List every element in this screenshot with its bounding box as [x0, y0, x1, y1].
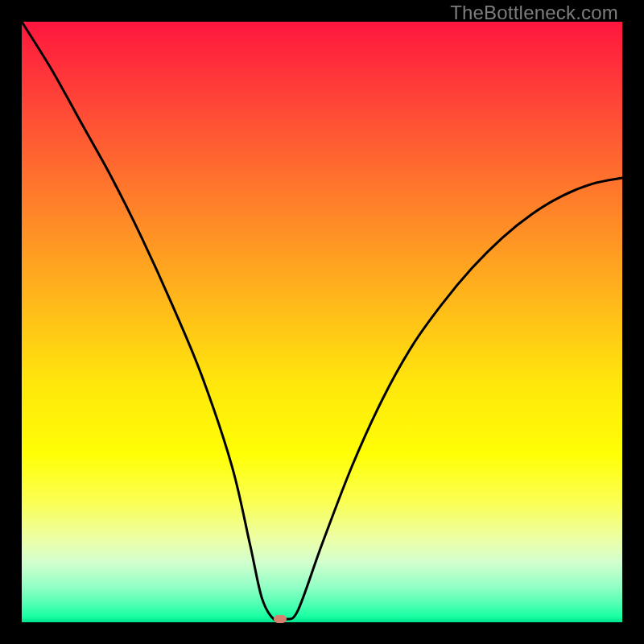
nadir-marker: [274, 615, 287, 623]
chart-frame: TheBottleneck.com: [0, 0, 644, 644]
watermark-text: TheBottleneck.com: [450, 2, 618, 24]
plot-area: [22, 22, 622, 622]
bottleneck-curve: [22, 22, 622, 622]
